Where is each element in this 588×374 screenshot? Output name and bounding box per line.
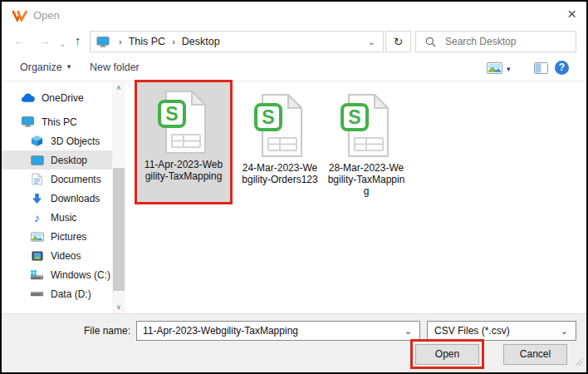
sidebar-label: Desktop <box>51 155 87 166</box>
file-type-dropdown[interactable]: CSV Files (*.csv) ⌄ <box>427 321 576 341</box>
scroll-up-icon[interactable]: ∧ <box>112 84 125 91</box>
cancel-button[interactable]: Cancel <box>503 344 567 365</box>
onedrive-cloud-icon <box>20 93 36 103</box>
sidebar-item-data-d[interactable]: Data (D:) <box>2 284 112 303</box>
window-title: Open <box>33 9 60 22</box>
resize-grip[interactable] <box>575 355 584 370</box>
sidebar-label: Documents <box>51 174 101 185</box>
file-item-tax-mapping-apr[interactable]: S 11-Apr-2023-Webgility-TaxMapping <box>137 82 230 202</box>
sidebar-label: Music <box>51 212 76 224</box>
organize-button[interactable]: Organize▾ <box>20 62 71 73</box>
refresh-button[interactable]: ↻ <box>385 31 411 52</box>
music-note-icon: ♪ <box>29 213 45 223</box>
recent-locations-icon[interactable]: ⌄ <box>59 37 66 52</box>
file-name-combo: ⌄ <box>136 321 420 341</box>
svg-text:S: S <box>165 103 178 125</box>
sidebar-item-pictures[interactable]: Pictures <box>2 227 112 246</box>
sidebar-item-documents[interactable]: Documents <box>2 170 112 189</box>
navigation-pane: OneDrive This PC <box>2 81 112 313</box>
scroll-down-icon[interactable]: ∨ <box>112 303 125 311</box>
breadcrumb-separator-icon: › <box>114 37 127 47</box>
spreadsheet-file-icon: S <box>341 93 392 158</box>
sidebar-item-this-pc[interactable]: This PC <box>2 112 112 131</box>
sidebar-label: OneDrive <box>42 92 84 104</box>
sidebar-label: Pictures <box>51 231 86 243</box>
dialog-footer: File name: ⌄ CSV Files (*.csv) ⌄ Open Ca… <box>2 313 586 372</box>
open-dialog: Open × ← → ⌄ ↑ › This PC › Desktop ⌄ ↻ <box>0 0 588 374</box>
file-name-input[interactable] <box>137 324 401 337</box>
breadcrumb-this-pc[interactable]: This PC <box>127 36 167 47</box>
sidebar-label: This PC <box>42 116 77 128</box>
sidebar-label: Videos <box>51 250 81 262</box>
webgility-logo-icon <box>12 9 28 25</box>
document-icon <box>29 173 45 185</box>
views-dropdown-icon[interactable]: ▾ <box>507 65 511 73</box>
svg-text:S: S <box>348 106 360 128</box>
chevron-down-icon: ⌄ <box>557 326 576 337</box>
file-name-label: 11-Apr-2023-Webgility-TaxMapping <box>144 159 224 182</box>
annotation-box-open-button: Open <box>410 339 484 369</box>
computer-icon <box>20 116 36 127</box>
breadcrumb-separator-icon: › <box>167 37 180 47</box>
sidebar-item-music[interactable]: ♪ Music <box>2 208 112 227</box>
file-type-value: CSV Files (*.csv) <box>428 325 557 337</box>
change-view-icon[interactable] <box>487 62 502 76</box>
sidebar-item-3d-objects[interactable]: 3D Objects <box>2 131 112 150</box>
forward-icon[interactable]: → <box>38 33 51 48</box>
scrollbar-thumb[interactable] <box>113 168 125 291</box>
sidebar-item-onedrive[interactable]: OneDrive <box>2 88 112 107</box>
search-icon <box>425 37 436 47</box>
command-bar: Organize▾ New folder ▾ ? <box>2 55 586 81</box>
up-icon[interactable]: ↑ <box>75 33 81 48</box>
sidebar-label: 3D Objects <box>51 135 100 147</box>
sidebar-label: Data (D:) <box>51 288 91 300</box>
close-icon[interactable]: × <box>567 5 576 23</box>
chevron-down-icon: ▾ <box>67 62 71 71</box>
search-box[interactable] <box>415 31 576 52</box>
svg-text:S: S <box>262 106 274 128</box>
sidebar-item-videos[interactable]: Videos <box>2 246 112 265</box>
preview-pane-icon[interactable] <box>534 62 548 76</box>
desktop-icon <box>29 155 45 165</box>
open-button[interactable]: Open <box>415 344 479 365</box>
address-dropdown-icon[interactable]: ⌄ <box>368 37 383 47</box>
file-name-label: 28-Mar-2023-Webgility-TaxMapping <box>326 162 407 197</box>
spreadsheet-file-icon: S <box>254 93 306 158</box>
video-icon <box>29 251 45 261</box>
sidebar-item-downloads[interactable]: Downloads <box>2 189 112 208</box>
file-name-label: 24-Mar-2023-Webgility-Orders123 <box>240 162 321 185</box>
navigation-bar: ← → ⌄ ↑ › This PC › Desktop ⌄ ↻ <box>2 28 586 55</box>
search-input[interactable] <box>443 35 563 48</box>
file-name-field-label: File name: <box>2 325 130 337</box>
sidebar-label: Downloads <box>51 193 100 204</box>
file-item-orders-mar[interactable]: S 24-Mar-2023-Webgility-Orders123 <box>238 86 322 185</box>
title-bar: Open × <box>2 2 586 28</box>
sidebar-item-desktop[interactable]: Desktop <box>2 150 112 170</box>
new-folder-button[interactable]: New folder <box>90 62 140 73</box>
picture-icon <box>29 232 45 242</box>
sidebar-label: Windows (C:) <box>51 269 110 281</box>
chevron-down-icon[interactable]: ⌄ <box>401 326 419 337</box>
back-icon[interactable]: ← <box>13 33 26 48</box>
drive-icon <box>29 290 45 298</box>
address-bar[interactable]: › This PC › Desktop ⌄ <box>90 31 384 52</box>
cube-icon <box>29 135 45 147</box>
annotation-box-selected-file: S 11-Apr-2023-Webgility-TaxMapping <box>135 80 233 204</box>
os-drive-icon <box>29 269 45 280</box>
help-icon[interactable]: ? <box>555 61 569 75</box>
monitor-icon <box>96 37 110 47</box>
breadcrumb-desktop[interactable]: Desktop <box>180 36 222 47</box>
download-arrow-icon <box>29 193 45 204</box>
sidebar-scrollbar[interactable]: ∧ ∨ <box>112 81 125 313</box>
sidebar-item-windows-c[interactable]: Windows (C:) <box>2 265 112 284</box>
file-item-tax-mapping-mar[interactable]: S 28-Mar-2023-Webgility-TaxMapping <box>324 86 409 197</box>
spreadsheet-file-icon: S <box>158 90 209 155</box>
